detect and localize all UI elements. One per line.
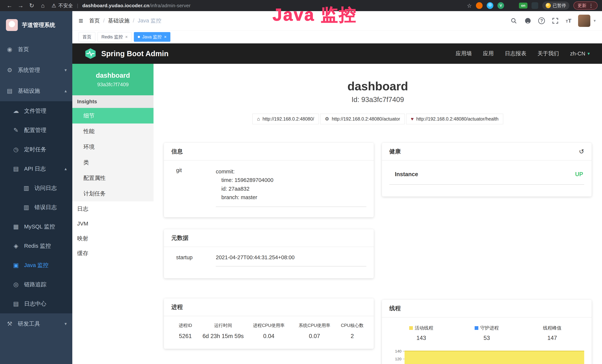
avatar[interactable] (578, 15, 590, 27)
sidebar-item-dev-tools[interactable]: ⚒ 研发工具 ▾ (0, 313, 72, 334)
instance-nav-details[interactable]: 细节 (72, 108, 153, 124)
document-icon: ▥ (22, 184, 30, 192)
instance-nav-config-props[interactable]: 配置属性 (72, 170, 153, 186)
sidebar-item-tracing[interactable]: ◎ 链路追踪 (0, 275, 72, 294)
sidebar-item-access-logs[interactable]: ▥ 访问日志 (0, 178, 72, 198)
legend-daemon-value: 53 (454, 335, 519, 341)
drop-extension-icon[interactable] (487, 2, 493, 9)
sba-link-journal[interactable]: 日志报表 (505, 50, 526, 57)
reload-icon[interactable]: ↻ (27, 2, 37, 9)
url-separator: | (77, 3, 78, 9)
grid-extension-icon[interactable] (508, 2, 515, 9)
metadata-value: 2021-04-27T00:44:31.254+08:00 (216, 254, 366, 267)
tab-redis-monitor[interactable]: Redis 监控 × (97, 32, 132, 42)
dark-extension-icon[interactable] (532, 2, 538, 9)
health-url-link[interactable]: ♥ http://192.168.0.2:48080/actuator/heal… (406, 114, 503, 124)
instance-nav-caches[interactable]: 缓存 (72, 246, 153, 261)
spring-boot-admin-frame: Spring Boot Admin 应用墙 应用 日志报表 关于我们 zh-CN… (72, 43, 602, 364)
breadcrumb-home[interactable]: 首页 (89, 17, 100, 24)
sidebar-item-config-management[interactable]: ✎ 配置管理 (0, 120, 72, 140)
sidebar-item-log-center[interactable]: ▤ 日志中心 (0, 294, 72, 313)
paused-badge[interactable]: 已暂停 (542, 1, 569, 10)
locale-selector[interactable]: zh-CN ▾ (570, 51, 590, 57)
security-label: 不安全 (58, 2, 73, 9)
help-icon[interactable]: ? (538, 17, 545, 24)
actuator-url-link[interactable]: ⚙ http://192.168.0.2:48080/actuator (320, 114, 405, 124)
sidebar-item-label: 研发工具 (18, 320, 40, 328)
sidebar-item-mysql-monitor[interactable]: ▦ MySQL 监控 (0, 217, 72, 236)
tools-icon: ⚒ (6, 320, 14, 327)
instance-nav-mappings[interactable]: 映射 (72, 231, 153, 246)
sidebar-item-api-logs[interactable]: ▤ API 日志 ▴ (0, 159, 72, 178)
sba-brand[interactable]: Spring Boot Admin (85, 48, 169, 59)
process-header: 进程CPU使用率 (245, 322, 292, 328)
health-status-badge: UP (575, 171, 583, 178)
info-value: commit: time: 1596289704000 id: 27aa832 … (216, 167, 366, 207)
sidebar-item-label: 首页 (18, 46, 29, 53)
green-extension-icon[interactable]: V (497, 2, 504, 9)
close-icon[interactable]: × (125, 34, 128, 40)
sidebar-item-label: 系统管理 (18, 66, 40, 74)
browser-actions: ☆ V on 已暂停 更新 ⋮ (467, 1, 598, 10)
fullscreen-icon[interactable] (552, 17, 559, 24)
hamburger-icon[interactable]: ≡ (79, 16, 83, 25)
chevron-down-icon: ▾ (64, 321, 67, 326)
threads-chart: 140 120 100 (389, 347, 585, 364)
address-bar[interactable]: ⚠ 不安全 | dashboard.yudao.iocoder.cn/infra… (52, 2, 191, 9)
bookmark-star-icon[interactable]: ☆ (467, 2, 472, 9)
sba-link-wallboard[interactable]: 应用墙 (456, 50, 472, 57)
forward-icon[interactable]: → (16, 2, 26, 9)
github-icon[interactable] (524, 17, 532, 24)
instance-nav-classes[interactable]: 类 (72, 155, 153, 170)
legend-peak-threads: 线程峰值 (519, 325, 585, 331)
sidebar-item-redis-monitor[interactable]: ◈ Redis 监控 (0, 236, 72, 256)
wrench-icon: ⚙ (325, 116, 329, 122)
sidebar-item-infrastructure[interactable]: ▤ 基础设施 ▴ (0, 80, 72, 101)
on-badge-extension-icon[interactable]: on (519, 3, 527, 9)
avatar-caret-icon[interactable]: ▾ (594, 18, 596, 23)
font-size-icon[interactable]: TT (566, 18, 571, 24)
sidebar-item-java-monitor[interactable]: ▣ Java 监控 (0, 256, 72, 275)
cat-extension-icon[interactable] (476, 2, 483, 9)
breadcrumb-infrastructure[interactable]: 基础设施 (108, 17, 129, 24)
sidebar-item-file-management[interactable]: ☁ 文件管理 (0, 101, 72, 120)
tab-home[interactable]: 首页 (79, 32, 95, 42)
back-icon[interactable]: ← (4, 2, 14, 9)
java-monitor-icon: ▣ (12, 262, 20, 269)
sidebar-item-label: 基础设施 (18, 87, 40, 95)
app-logo-image (6, 19, 18, 31)
sba-link-about[interactable]: 关于我们 (538, 50, 559, 57)
locale-label: zh-CN (570, 51, 585, 57)
sidebar-item-system[interactable]: ⚙ 系统管理 ▾ (0, 60, 72, 80)
info-card: 信息 git commit: time: 1596289704000 (164, 143, 374, 217)
sidebar-item-label: MySQL 监控 (24, 223, 55, 230)
link-label: http://192.168.0.2:48080/actuator/health (416, 116, 498, 122)
instance-nav-environment[interactable]: 环境 (72, 139, 153, 155)
instance-sidebar: dashboard 93a3fc7f7409 Insights 细节 性能 环境… (72, 64, 153, 364)
threads-legend: 活动线程 守护进程 线程峰值 (389, 325, 585, 341)
instance-nav-jvm[interactable]: JVM (72, 216, 153, 231)
search-icon[interactable] (510, 17, 517, 24)
breadcrumb-separator: / (103, 18, 105, 24)
browser-home-icon[interactable]: ⌂ (38, 2, 48, 9)
close-icon[interactable]: × (164, 34, 166, 40)
page-subtitle: Id: 93a3fc7f7409 (164, 96, 592, 104)
sidebar-item-error-logs[interactable]: ▥ 错误日志 (0, 198, 72, 217)
health-card-title: 健康 ↺ (382, 143, 592, 161)
sidebar-item-scheduled-jobs[interactable]: ◷ 定时任务 (0, 140, 72, 159)
sidebar-item-label: 定时任务 (24, 146, 46, 153)
update-button[interactable]: 更新 ⋮ (573, 1, 598, 10)
instance-details-content: dashboard Id: 93a3fc7f7409 ⌂ http://192.… (153, 64, 602, 364)
instance-nav-scheduled-tasks[interactable]: 计划任务 (72, 186, 153, 201)
service-url-link[interactable]: ⌂ http://192.168.0.2:48080/ (252, 114, 319, 124)
sba-link-applications[interactable]: 应用 (483, 50, 494, 57)
browser-menu-icon[interactable]: ⋮ (589, 3, 593, 9)
screen: ← → ↻ ⌂ ⚠ 不安全 | dashboard.yudao.iocoder.… (0, 0, 602, 364)
instance-nav-performance[interactable]: 性能 (72, 124, 153, 139)
tab-java-monitor[interactable]: Java 监控 × (134, 32, 170, 42)
history-icon[interactable]: ↺ (579, 148, 584, 155)
instance-nav-logs[interactable]: 日志 (72, 201, 153, 216)
database-icon: ◈ (12, 242, 20, 249)
sidebar-item-home[interactable]: ◉ 首页 (0, 39, 72, 60)
page-title: dashboard (164, 79, 592, 93)
